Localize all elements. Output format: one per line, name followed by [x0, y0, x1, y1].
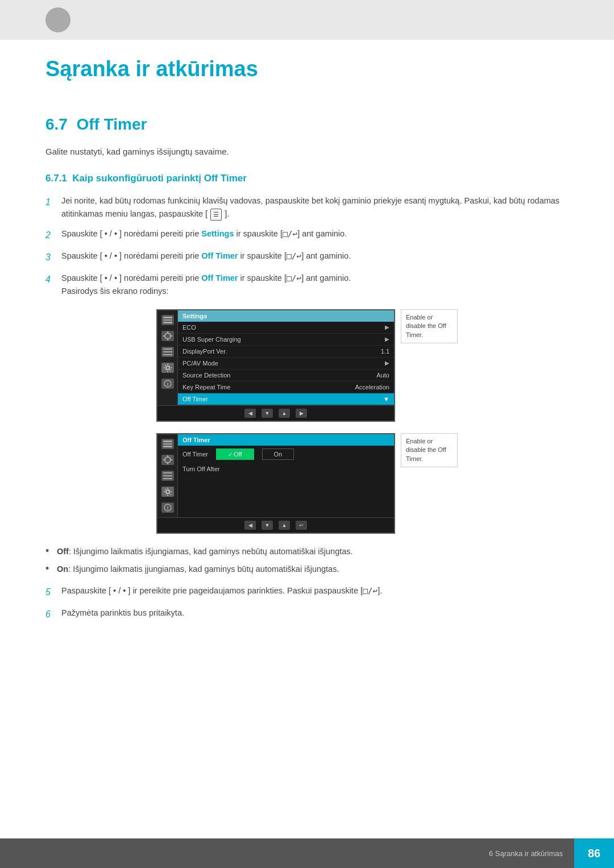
header-circle-icon	[45, 7, 70, 32]
step-num-5: 5	[45, 584, 61, 600]
bullet-list: • Off: Išjungimo laikmatis išjungiamas, …	[45, 545, 569, 576]
footer-page-number: 86	[574, 838, 614, 868]
step-5: 5 Paspauskite [ • / • ] ir pereikite pri…	[45, 584, 569, 600]
screen2-with-tip: i Off Timer Off Timer ✓Off On	[156, 433, 458, 534]
screen1-sidebar: i	[157, 310, 178, 405]
screen1-menu: Settings ECO▶ USB Super Charging▶ Displa…	[178, 310, 394, 405]
screen2-monitor: i Off Timer Off Timer ✓Off On	[156, 433, 395, 534]
step-num-2: 2	[45, 227, 61, 243]
svg-rect-14	[163, 441, 172, 442]
sidebar-icon-1	[161, 315, 174, 325]
svg-rect-9	[163, 351, 172, 352]
step-1: 1 Jei norite, kad būtų rodomas funkcinių…	[45, 194, 569, 221]
bullet-on: • On: Išjungimo laikmatis įjungiamas, ka…	[45, 563, 569, 576]
screenshots-container: i Settings ECO▶ USB Super Charging▶	[45, 309, 569, 534]
screen1-inner: i Settings ECO▶ USB Super Charging▶	[157, 310, 394, 405]
footer-text: 6 Sąranka ir atkūrimas	[489, 849, 574, 858]
svg-rect-15	[163, 443, 172, 445]
top-header	[0, 0, 614, 40]
screen1-tip: Enable or disable the Off Timer.	[401, 309, 458, 343]
steps-list: 1 Jei norite, kad būtų rodomas funkcinių…	[45, 194, 569, 298]
step-num-6: 6	[45, 607, 61, 622]
page-title: Sąranka ir atkūrimas	[0, 40, 614, 81]
screen2-item-turnoff: Turn Off After	[178, 463, 394, 475]
svg-point-17	[165, 457, 171, 463]
svg-text:i: i	[167, 505, 168, 511]
page-container: Sąranka ir atkūrimas 6.7 Off Timer Galit…	[0, 0, 614, 868]
sidebar-icon-3	[161, 347, 174, 357]
screen2-sidebar-icon-2	[161, 455, 174, 465]
screen2-tip: Enable or disable the Off Timer.	[401, 433, 458, 467]
step-6: 6 Pažymėta parinktis bus pritaikyta.	[45, 607, 569, 622]
screen1-with-tip: i Settings ECO▶ USB Super Charging▶	[156, 309, 458, 422]
sidebar-icon-info: i	[161, 379, 174, 389]
svg-rect-10	[163, 354, 172, 355]
subsection-title: 6.7.1 Kaip sukonfigūruoti parinktį Off T…	[45, 173, 569, 184]
svg-text:i: i	[167, 381, 168, 387]
screen2-sidebar-icon-3	[161, 471, 174, 481]
bullet-off: • Off: Išjungimo laikmatis išjungiamas, …	[45, 545, 569, 558]
svg-rect-8	[163, 348, 172, 350]
bullet-dot-1: •	[45, 545, 57, 558]
bullet-off-text: Off: Išjungimo laikmatis išjungiamas, ka…	[57, 545, 353, 558]
screen2-nav-btn-down: ▼	[262, 521, 273, 530]
step-num-3: 3	[45, 250, 61, 265]
section-title: 6.7 Off Timer	[45, 115, 569, 134]
option-on: On	[262, 448, 294, 460]
menu-item-dp: DisplayPort Ver.1.1	[178, 346, 394, 358]
screen2-inner: i Off Timer Off Timer ✓Off On	[157, 434, 394, 517]
menu-item-eco: ECO▶	[178, 322, 394, 334]
menu-item-usb: USB Super Charging▶	[178, 334, 394, 346]
svg-rect-16	[163, 446, 172, 447]
step-text-1: Jei norite, kad būtų rodomas funkcinių k…	[61, 194, 569, 221]
intro-text: Galite nustatyti, kad gaminys išsijungtų…	[45, 145, 569, 159]
screen2-nav-btn-enter: ↩	[296, 521, 307, 530]
page-footer: 6 Sąranka ir atkūrimas 86	[0, 838, 614, 868]
nav-btn-left: ◀	[244, 409, 256, 418]
screen2-sidebar: i	[157, 434, 178, 517]
menu-item-keyrepeat: Key Repeat TimeAcceleration	[178, 381, 394, 393]
step-text-2: Spauskite [ • / • ] norėdami pereiti pri…	[61, 227, 569, 240]
screen1-menu-header: Settings	[178, 310, 394, 322]
step-text-3: Spauskite [ • / • ] norėdami pereiti pri…	[61, 250, 569, 263]
screen2-nav-btn-up: ▲	[279, 521, 290, 530]
nav-btn-right: ▶	[296, 409, 307, 418]
step-text-5: Paspauskite [ • / • ] ir pereikite prie …	[61, 584, 569, 597]
screen2-submenu: Off Timer Off Timer ✓Off On Turn Off Aft…	[178, 434, 394, 517]
step-2: 2 Spauskite [ • / • ] norėdami pereiti p…	[45, 227, 569, 243]
screen1-nav-bar: ◀ ▼ ▲ ▶	[157, 405, 394, 421]
svg-rect-23	[163, 475, 172, 476]
step-text-6: Pažymėta parinktis bus pritaikyta.	[61, 607, 569, 620]
svg-rect-1	[163, 319, 172, 321]
option-off-selected: ✓Off	[216, 448, 254, 460]
screen1-monitor: i Settings ECO▶ USB Super Charging▶	[156, 309, 395, 422]
kbd-menu: ☰	[210, 209, 222, 221]
step-3: 3 Spauskite [ • / • ] norėdami pereiti p…	[45, 250, 569, 265]
screen2-submenu-header: Off Timer	[178, 434, 394, 446]
svg-rect-2	[163, 322, 172, 323]
screen2-sidebar-icon-1	[161, 439, 174, 449]
bullet-on-text: On: Išjungimo laikmatis įjungiamas, kad …	[57, 563, 339, 576]
svg-rect-22	[163, 472, 172, 474]
menu-item-source: Source DetectionAuto	[178, 369, 394, 381]
nav-btn-down: ▼	[262, 409, 273, 418]
step-text-4: Spauskite [ • / • ] norėdami pereiti pri…	[61, 272, 569, 298]
screen2-item-offtimer: Off Timer ✓Off On	[178, 446, 394, 463]
steps-list-2: 5 Paspauskite [ • / • ] ir pereikite pri…	[45, 584, 569, 621]
svg-rect-24	[163, 478, 172, 479]
screen2-nav-btn-left: ◀	[244, 521, 256, 530]
nav-btn-up: ▲	[279, 409, 290, 418]
screen2-sidebar-icon-info: i	[161, 502, 174, 513]
screen2-sidebar-icon-gear	[161, 487, 174, 497]
step-num-1: 1	[45, 194, 61, 210]
content-area: 6.7 Off Timer Galite nustatyti, kad gami…	[0, 87, 614, 640]
step-num-4: 4	[45, 272, 61, 287]
svg-point-3	[165, 333, 171, 339]
step-4: 4 Spauskite [ • / • ] norėdami pereiti p…	[45, 272, 569, 298]
menu-item-pcav: PC/AV Mode▶	[178, 358, 394, 369]
screen2-nav-bar: ◀ ▼ ▲ ↩	[157, 517, 394, 533]
sidebar-icon-2	[161, 331, 174, 341]
sidebar-icon-gear	[161, 363, 174, 373]
bullet-dot-2: •	[45, 563, 57, 575]
svg-rect-0	[163, 317, 172, 318]
